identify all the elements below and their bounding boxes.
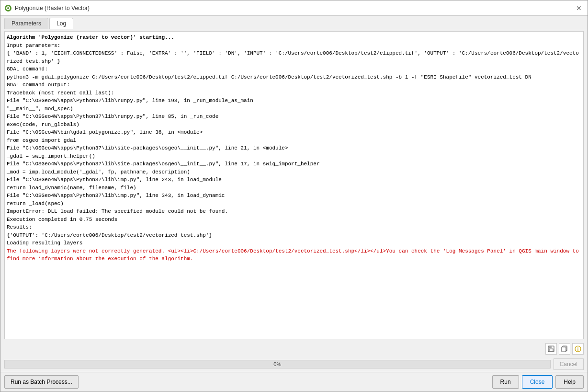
log-line: File "C:\OSGeo4W\apps\Python37\lib\site-… (7, 144, 581, 152)
log-line: File "C:\OSGeo4W\apps\Python37\lib\imp.p… (7, 176, 581, 184)
log-line: Execution completed in 0.75 seconds (7, 216, 581, 224)
log-line: { 'BAND' : 1, 'EIGHT_CONNECTEDNESS' : Fa… (7, 49, 581, 65)
tab-log[interactable]: Log (49, 18, 73, 29)
bottom-bar: Run as Batch Process... Run Close Help (0, 372, 588, 392)
log-line: return load_dynamic(name, filename, file… (7, 184, 581, 192)
title-bar-left: Polygonize (Raster to Vector) (4, 4, 90, 12)
log-line: Loading resulting layers (7, 239, 581, 247)
tab-bar: Parameters Log (0, 16, 588, 29)
svg-point-2 (7, 7, 9, 9)
svg-rect-5 (549, 349, 553, 351)
tab-parameters[interactable]: Parameters (4, 18, 48, 29)
progress-label: 0% (5, 360, 550, 368)
log-line: File "C:\OSGeo4W\bin\gdal_polygonize.py"… (7, 128, 581, 137)
log-line: GDAL command output: (7, 81, 581, 89)
info-button[interactable]: i (572, 343, 584, 355)
log-line: The following layers were not correctly … (7, 247, 581, 263)
right-buttons: Run Close Help (492, 375, 584, 389)
log-output-area[interactable]: Algorithm 'Polygonize (raster to vector)… (4, 31, 584, 339)
svg-rect-7 (562, 347, 566, 352)
batch-process-button[interactable]: Run as Batch Process... (4, 375, 79, 389)
log-line: Results: (7, 223, 581, 231)
log-line: "__main__", mod_spec) (7, 105, 581, 113)
help-button[interactable]: Help (555, 375, 584, 389)
log-line: exec(code, run_globals) (7, 121, 581, 129)
log-line: Input parameters: (7, 42, 581, 50)
main-window: Polygonize (Raster to Vector) ✕ Paramete… (0, 0, 588, 392)
progress-area: 0% Cancel (0, 357, 588, 372)
log-line: _mod = imp.load_module('_gdal', fp, path… (7, 168, 581, 176)
cancel-button[interactable]: Cancel (554, 358, 584, 370)
log-line: ImportError: DLL load failed: The specif… (7, 208, 581, 216)
log-line: GDAL command: (7, 65, 581, 73)
title-bar: Polygonize (Raster to Vector) ✕ (0, 0, 588, 16)
log-line: _gdal = swig_import_helper() (7, 152, 581, 161)
log-line: File "C:\OSGeo4W\apps\Python37\lib\runpy… (7, 97, 581, 105)
svg-rect-4 (549, 346, 552, 348)
copy-log-button[interactable] (559, 343, 570, 355)
svg-text:i: i (577, 347, 579, 352)
log-line: File "C:\OSGeo4W\apps\Python37\lib\runpy… (7, 113, 581, 121)
log-line: File "C:\OSGeo4W\apps\Python37\lib\imp.p… (7, 192, 581, 200)
log-line: python3 -m gdal_polygonize C:/Users/cort… (7, 73, 581, 81)
run-button[interactable]: Run (492, 375, 519, 389)
progress-track: 0% (4, 360, 551, 369)
log-line: {'OUTPUT': 'C:/Users/corte006/Desktop/te… (7, 231, 581, 240)
icon-toolbar: i (0, 341, 588, 357)
log-line: Algorithm 'Polygonize (raster to vector)… (7, 34, 581, 42)
log-line: return _load(spec) (7, 200, 581, 208)
close-button[interactable]: Close (522, 375, 553, 389)
save-log-button[interactable] (545, 343, 557, 355)
log-line: from osgeo import gdal (7, 137, 581, 145)
window-close-button[interactable]: ✕ (574, 3, 584, 13)
window-title: Polygonize (Raster to Vector) (15, 5, 90, 12)
log-line: Traceback (most recent call last): (7, 89, 581, 97)
qgis-icon (4, 4, 12, 12)
log-line: File "C:\OSGeo4W\apps\Python37\lib\site-… (7, 160, 581, 168)
